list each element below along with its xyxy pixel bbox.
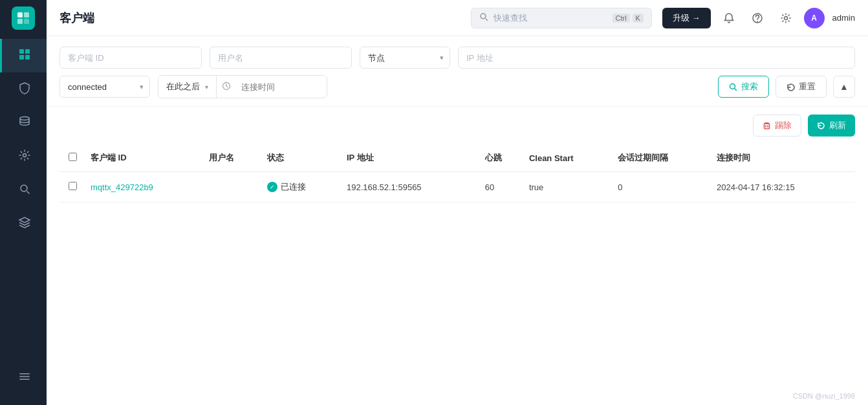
sidebar-item-settings[interactable] [0, 140, 47, 173]
sidebar [0, 0, 47, 405]
col-connected-at: 连接时间 [711, 144, 855, 172]
ctrl-key: Ctrl [613, 14, 630, 23]
search-placeholder-text: 快速查找 [494, 12, 607, 24]
row-status: ✓ 已连接 [262, 172, 342, 202]
filter-row-1: 节点 [60, 47, 855, 69]
global-search-bar[interactable]: 快速查找 Ctrl K [471, 8, 652, 28]
svg-rect-0 [17, 12, 23, 17]
settings-icon [18, 149, 31, 165]
sidebar-item-dashboard[interactable] [0, 39, 47, 72]
col-client-id: 客户端 ID [85, 144, 204, 172]
svg-rect-11 [19, 373, 30, 375]
delete-button[interactable]: 踢除 [753, 115, 801, 137]
client-id-input[interactable] [60, 47, 202, 69]
sidebar-nav [0, 36, 47, 241]
search-button-label: 搜索 [741, 81, 758, 93]
ip-input[interactable] [458, 47, 855, 69]
col-session-expiry: 会话过期间隔 [613, 144, 711, 172]
content-area: 节点 connected 在此之后 [47, 36, 868, 405]
status-select[interactable]: connected [60, 76, 150, 98]
row-client-id: mqttx_429722b9 [85, 172, 204, 202]
dashboard-icon [18, 48, 31, 64]
reset-button[interactable]: 重置 [776, 76, 827, 98]
main-area: 客户端 快速查找 Ctrl K 升级 → [47, 0, 868, 405]
node-select-wrapper: 节点 [360, 47, 450, 69]
notification-button[interactable] [719, 8, 739, 28]
search-bar-icon [479, 12, 488, 23]
date-input[interactable] [236, 76, 327, 98]
avatar[interactable]: A [804, 8, 825, 28]
table-row: mqttx_429722b9 ✓ 已连接 192.168.52.1:59565 … [60, 172, 855, 202]
status-text: 已连接 [281, 181, 306, 193]
clock-icon [217, 82, 236, 93]
menu-icon [18, 370, 31, 386]
svg-rect-12 [19, 376, 30, 377]
refresh-button-label: 刷新 [829, 120, 846, 131]
header-actions: 升级 → A admin [662, 8, 855, 28]
svg-point-10 [21, 185, 27, 192]
admin-label[interactable]: admin [832, 13, 855, 23]
sidebar-logo [0, 0, 47, 36]
svg-rect-19 [765, 124, 770, 129]
refresh-button[interactable]: 刷新 [808, 115, 855, 137]
client-id-link[interactable]: mqttx_429722b9 [91, 182, 153, 192]
col-username: 用户名 [204, 144, 261, 172]
database-icon [18, 115, 31, 131]
row-clean-start: true [524, 172, 613, 202]
svg-rect-4 [19, 49, 24, 54]
svg-rect-5 [25, 49, 30, 54]
help-button[interactable] [747, 8, 768, 28]
search-icon [18, 182, 31, 199]
svg-rect-2 [17, 19, 23, 24]
filter-bar: 节点 connected 在此之后 [47, 36, 868, 107]
status-dot-icon: ✓ [267, 182, 277, 192]
search-shortcut: Ctrl K [613, 14, 644, 23]
search-button[interactable]: 搜索 [718, 76, 769, 98]
svg-rect-3 [24, 19, 29, 24]
sidebar-item-shield[interactable] [0, 72, 47, 106]
username-input[interactable] [210, 47, 352, 69]
sidebar-item-search[interactable] [0, 173, 47, 207]
svg-point-8 [20, 116, 29, 120]
row-connected-at: 2024-04-17 16:32:15 [711, 172, 855, 202]
svg-rect-7 [25, 55, 30, 60]
sidebar-item-layers[interactable] [0, 207, 47, 241]
layers-icon [18, 216, 31, 232]
date-filter-group: 在此之后 [158, 75, 327, 98]
clients-table: 客户端 ID 用户名 状态 IP 地址 心跳 Clean Start 会话过期间… [60, 144, 855, 202]
table-toolbar: 踢除 刷新 [47, 107, 868, 144]
filter-row-2: connected 在此之后 [60, 75, 855, 98]
svg-rect-13 [19, 378, 30, 380]
svg-rect-6 [19, 55, 24, 60]
shield-icon [18, 82, 31, 98]
chevron-up-icon: ▲ [840, 82, 849, 92]
watermark: CSDN @nuzi_1998 [47, 387, 868, 405]
reset-button-label: 重置 [799, 81, 816, 93]
row-username [204, 172, 261, 202]
table-wrap: 客户端 ID 用户名 状态 IP 地址 心跳 Clean Start 会话过期间… [47, 144, 868, 387]
page-title: 客户端 [60, 10, 94, 26]
date-range-label[interactable]: 在此之后 [158, 76, 217, 98]
svg-point-9 [23, 153, 26, 157]
header-checkbox-cell [60, 144, 85, 172]
sidebar-item-expand[interactable] [0, 361, 47, 395]
svg-point-18 [730, 83, 735, 89]
select-all-checkbox[interactable] [69, 153, 77, 161]
row-checkbox[interactable] [69, 182, 77, 190]
table-header-row: 客户端 ID 用户名 状态 IP 地址 心跳 Clean Start 会话过期间… [60, 144, 855, 172]
row-session-expiry: 0 [613, 172, 711, 202]
sidebar-bottom [0, 361, 47, 405]
header: 客户端 快速查找 Ctrl K 升级 → [47, 0, 868, 36]
k-key: K [633, 14, 644, 23]
upgrade-button[interactable]: 升级 → [662, 8, 711, 28]
sidebar-item-database[interactable] [0, 106, 47, 140]
status-select-wrapper: connected [60, 76, 150, 98]
collapse-button[interactable]: ▲ [833, 76, 855, 98]
svg-point-16 [784, 16, 787, 19]
svg-rect-1 [24, 12, 29, 17]
svg-point-14 [481, 14, 486, 19]
col-ip: IP 地址 [342, 144, 480, 172]
node-select[interactable]: 节点 [360, 47, 450, 69]
gear-button[interactable] [776, 8, 796, 28]
filter-actions: 搜索 重置 ▲ [718, 76, 855, 98]
